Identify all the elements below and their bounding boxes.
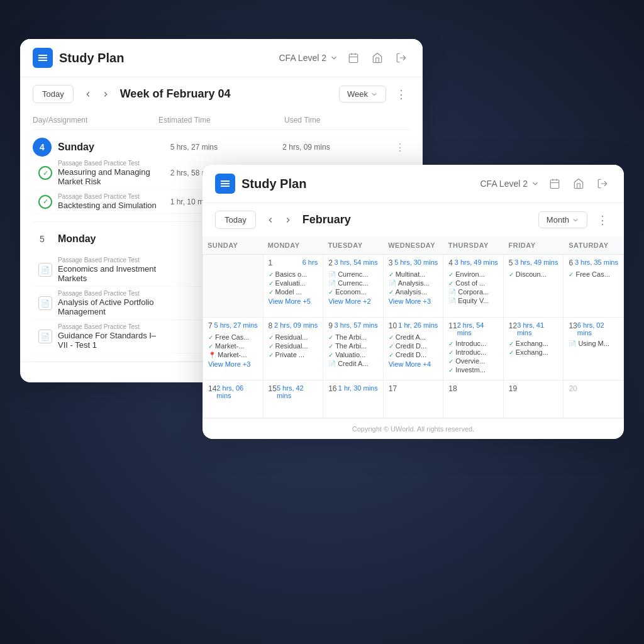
month-exit-icon[interactable]: [594, 175, 611, 192]
week-menu-icon[interactable]: [33, 48, 53, 68]
cal-cell-13: 13 6 hrs, 02 mins 📄Using M...: [564, 318, 624, 380]
month-calendar-icon[interactable]: [546, 175, 564, 192]
day-label-mon: MONDAY: [263, 236, 323, 254]
cal-cell-19: 19: [504, 380, 564, 418]
svg-rect-0: [349, 54, 358, 63]
week-prev-arrow[interactable]: [80, 86, 96, 103]
view-more-1[interactable]: View More +5: [269, 297, 318, 305]
monday-number: 5: [33, 230, 52, 248]
check-icon: ✓: [269, 289, 274, 296]
month-nav-arrows: [262, 212, 296, 228]
list-item: ✓Cost of ...: [448, 279, 498, 287]
month-footer: Copyright © UWorld. All rights reserved.: [203, 418, 624, 439]
view-more-7[interactable]: View More +3: [208, 360, 258, 368]
check-icon: ✓: [269, 280, 274, 287]
list-item: ✓Market-...: [208, 341, 258, 350]
view-more-3[interactable]: View More +3: [389, 297, 438, 305]
list-item: 📄Credit A...: [328, 359, 378, 368]
week-view-selector[interactable]: Week: [339, 86, 386, 103]
check-icon: ✓: [509, 349, 514, 356]
col-used: Used Time: [284, 116, 410, 125]
list-item: ✓Exchang...: [509, 348, 558, 357]
list-item: ✓Credit D...: [389, 350, 438, 359]
check-icon: ✓: [569, 271, 574, 278]
cal-cell-9: 9 3 hrs, 57 mins ✓The Arbi... ✓The Arbi.…: [323, 318, 384, 380]
cal-cell-1: 1 6 hrs ✓Basics o... ✓Evaluati... ✓Model…: [264, 255, 324, 318]
week-exit-icon[interactable]: [392, 49, 410, 67]
week-calendar-icon[interactable]: [345, 49, 362, 67]
sunday-number: 4: [33, 138, 52, 157]
check-icon: ✓: [328, 343, 333, 350]
check-icon: ✓: [448, 358, 453, 365]
month-app-title: Study Plan: [242, 177, 306, 191]
day-label-wed: WEDNESDAY: [383, 236, 443, 254]
day-label-tue: TUESDAY: [323, 236, 383, 254]
check-icon: ✓: [448, 271, 453, 278]
week-more-btn[interactable]: ⋮: [392, 86, 410, 103]
check-icon: ✓: [389, 289, 394, 296]
check-icon: ✓: [509, 340, 514, 347]
doc-icon: 📄: [389, 280, 396, 287]
check-icon: ✓: [328, 334, 333, 341]
doc-icon: 📄: [448, 289, 456, 296]
check-icon: ✓: [389, 334, 394, 341]
month-menu-icon[interactable]: [215, 174, 235, 194]
list-item: ✓Investm...: [448, 365, 498, 374]
month-header-right: CFA Level 2: [480, 175, 612, 192]
month-view-selector[interactable]: Month: [538, 211, 587, 228]
check-icon: ✓: [269, 352, 274, 358]
week-home-icon[interactable]: [369, 49, 386, 67]
check-icon: ✓: [448, 367, 453, 374]
week-app-title: Study Plan: [59, 51, 124, 65]
pin-icon: 📍: [208, 352, 216, 358]
week-toolbar: Today Week of February 04 Week ⋮: [20, 77, 423, 111]
list-item: 📄Corpora...: [448, 287, 498, 296]
list-item: 📄Currenc...: [328, 270, 378, 279]
week-nav-arrows: [80, 86, 114, 103]
list-item: ✓Credit A...: [389, 333, 438, 341]
week-app-header: Study Plan CFA Level 2: [20, 39, 423, 77]
cal-cell-8: 8 2 hrs, 09 mins ✓Residual... ✓Residual.…: [264, 318, 324, 380]
month-today-btn[interactable]: Today: [215, 211, 256, 229]
cal-cell-15: 15 5 hrs, 42 mins: [264, 380, 324, 418]
month-period-title: February: [303, 213, 532, 226]
check-icon: ✓: [269, 271, 274, 278]
week-header-right: CFA Level 2: [279, 49, 411, 67]
sunday-more[interactable]: ⋮: [395, 142, 410, 153]
list-item: ✓Evaluati...: [269, 279, 318, 287]
sunday-name: Sunday: [58, 142, 170, 153]
list-item: ✓Discoun...: [509, 270, 558, 279]
sunday-header: 4 Sunday 5 hrs, 27 mins 2 hrs, 09 mins ⋮: [33, 138, 410, 157]
cal-cell-4: 4 3 hrs, 49 mins ✓Environ... ✓Cost of ..…: [443, 255, 504, 318]
cal-week-1: 1 6 hrs ✓Basics o... ✓Evaluati... ✓Model…: [203, 255, 624, 318]
month-view-card: Study Plan CFA Level 2 Today: [203, 165, 624, 439]
view-more-2[interactable]: View More +2: [328, 297, 378, 305]
week-column-headers: Day/Assignment Estimated Time Used Time: [33, 111, 410, 130]
month-level-selector[interactable]: CFA Level 2: [480, 179, 540, 189]
check-icon: ✓: [389, 343, 394, 350]
month-prev-arrow[interactable]: [262, 212, 279, 228]
sunday-used: 2 hrs, 09 mins: [282, 143, 395, 152]
list-item: ✓Introduc...: [448, 339, 498, 348]
list-item: ✓Credit D...: [389, 341, 438, 350]
list-item: ✓Residual...: [269, 333, 318, 341]
month-home-icon[interactable]: [570, 175, 587, 192]
month-more-btn[interactable]: ⋮: [594, 211, 611, 229]
list-item: ✓Multinat...: [389, 270, 438, 279]
month-next-arrow[interactable]: [280, 212, 296, 228]
day-label-sat: SATURDAY: [564, 236, 624, 254]
month-calendar: SUNDAY MONDAY TUESDAY WEDNESDAY THURSDAY…: [203, 236, 624, 418]
check-icon: ✓: [208, 334, 213, 341]
check-icon: ✓: [269, 334, 274, 341]
cal-day-headers: SUNDAY MONDAY TUESDAY WEDNESDAY THURSDAY…: [203, 236, 624, 255]
list-item: 📍Market-...: [208, 350, 258, 359]
week-today-btn[interactable]: Today: [33, 85, 74, 103]
list-item: ✓Free Cas...: [208, 333, 258, 341]
week-next-arrow[interactable]: [97, 86, 114, 103]
week-level-selector[interactable]: CFA Level 2: [279, 53, 339, 63]
monday-a2-info: Passage Based Practice Test Analysis of …: [58, 290, 170, 316]
cal-week-3: 14 2 hrs, 06 mins 15 5 hrs, 42 mins 16 1…: [203, 380, 624, 418]
view-more-10[interactable]: View More +4: [389, 360, 438, 368]
check-icon: ✓: [448, 340, 453, 347]
cal-cell-7: 7 5 hrs, 27 mins ✓Free Cas... ✓Market-..…: [203, 318, 264, 380]
